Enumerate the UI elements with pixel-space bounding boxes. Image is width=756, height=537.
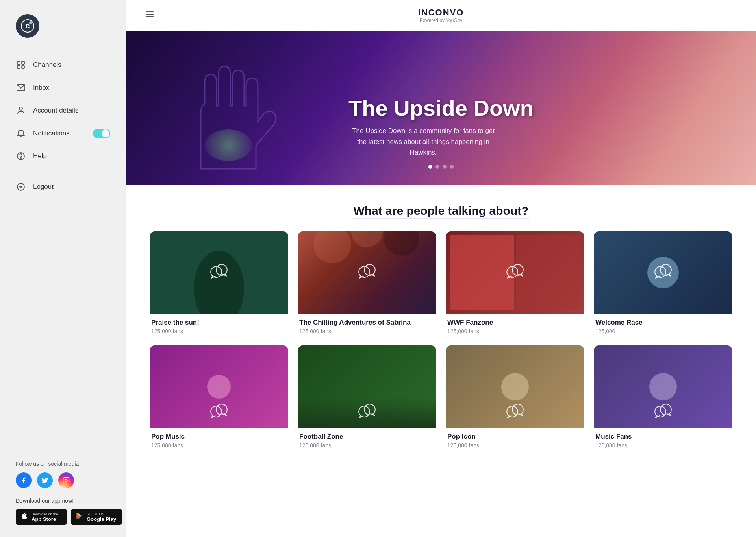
svg-rect-15 (63, 478, 69, 483)
hero-title: The Upside Down (348, 95, 534, 121)
sidebar: c Channels (0, 0, 126, 537)
channel-1-fans: 125,000 fans (151, 328, 287, 334)
channel-card-5-info: Pop Music 125,000 fans (150, 428, 288, 450)
twitter-icon[interactable] (37, 472, 53, 488)
discover-section: What are people talking about? Praise th… (126, 185, 756, 466)
notifications-toggle-container (93, 129, 110, 138)
facebook-icon[interactable] (16, 472, 32, 488)
sidebar-item-inbox[interactable]: Inbox (0, 76, 126, 99)
header-brand: INCONVO Powered by YouGov (418, 7, 464, 23)
brand-powered: Powered by YouGov (418, 18, 464, 23)
account-icon (16, 105, 26, 116)
svg-rect-3 (17, 61, 20, 64)
logout-icon (16, 182, 26, 192)
appstore-button[interactable]: Download on the App Store (16, 509, 67, 525)
channel-card-4-img (594, 231, 732, 314)
account-label: Account details (33, 107, 78, 114)
channel-card-3-img (446, 231, 584, 314)
channels-grid-row2: Pop Music 125,000 fans Foo (150, 345, 732, 450)
svg-point-2 (29, 21, 32, 24)
notifications-toggle[interactable] (93, 129, 110, 138)
googleplay-sub: GET IT ON (87, 512, 116, 516)
channel-8-name: Music Fans (595, 433, 731, 441)
channel-chat-icon-3 (505, 262, 525, 283)
social-icons-row (16, 472, 110, 488)
channel-card-2-img (298, 231, 436, 314)
hero-dots (348, 165, 534, 169)
channel-5-fans: 125,000 fans (151, 442, 287, 448)
svg-point-8 (19, 107, 22, 110)
channel-card-7[interactable]: Pop Icon 125,000 fans (446, 345, 584, 450)
app-logo[interactable]: c (16, 14, 39, 38)
hero-overlay: The Upside Down The Upside Down is a com… (348, 95, 534, 185)
appstore-name: App Store (32, 516, 58, 522)
googleplay-text: GET IT ON Google Play (87, 512, 116, 522)
instagram-icon[interactable] (58, 472, 74, 488)
channel-card-5-img (150, 345, 288, 428)
channel-4-fans: 125,000 (595, 328, 731, 334)
sidebar-item-notifications[interactable]: Notifications (0, 122, 126, 145)
channel-chat-icon-4 (653, 262, 673, 283)
sidebar-item-account[interactable]: Account details (0, 99, 126, 122)
channel-card-6[interactable]: Football Zone 125,000 fans (298, 345, 436, 450)
channel-card-2[interactable]: The Chilling Adventures of Sabrina 125,0… (298, 231, 436, 336)
channel-card-2-info: The Chilling Adventures of Sabrina 125,0… (298, 314, 436, 336)
svg-text:c: c (25, 21, 30, 30)
hero-dot-1[interactable] (428, 165, 432, 169)
channel-7-fans: 125,000 fans (447, 442, 583, 448)
channel-card-1[interactable]: Praise the sun! 125,000 fans (150, 231, 288, 336)
googleplay-icon (76, 512, 83, 522)
channel-chat-icon-2 (357, 262, 377, 283)
channel-card-8-info: Music Fans 125,000 fans (594, 428, 732, 450)
hero-dot-2[interactable] (435, 165, 439, 169)
channel-5-name: Pop Music (151, 433, 287, 441)
logout-label: Logout (33, 183, 54, 191)
channel-2-fans: 125,000 fans (299, 328, 435, 334)
bell-icon (16, 128, 26, 138)
channel-card-1-img (150, 231, 288, 314)
hero-dot-4[interactable] (450, 165, 454, 169)
channel-card-8[interactable]: Music Fans 125,000 fans (594, 345, 732, 450)
inbox-label: Inbox (33, 84, 50, 92)
appstore-text: Download on the App Store (32, 512, 58, 522)
channel-3-fans: 125,000 fans (447, 328, 583, 334)
channel-3-name: WWF Fanzone (447, 319, 583, 327)
notifications-label: Notifications (33, 129, 70, 137)
channel-card-3[interactable]: WWF Fanzone 125,000 fans (446, 231, 584, 336)
channel-card-5[interactable]: Pop Music 125,000 fans (150, 345, 288, 450)
app-buttons-row: Download on the App Store GET IT ON Goog… (16, 509, 110, 525)
googleplay-name: Google Play (87, 516, 116, 522)
sidebar-nav: Channels Inbox Account details (0, 50, 126, 453)
appstore-sub: Download on the (32, 512, 58, 516)
channel-card-1-info: Praise the sun! 125,000 fans (150, 314, 288, 336)
hero-dot-3[interactable] (443, 165, 447, 169)
channel-card-4[interactable]: Welcome Race 125,000 (594, 231, 732, 336)
sidebar-footer: Follow us on social media Download (0, 453, 126, 537)
channel-card-6-info: Football Zone 125,000 fans (298, 428, 436, 450)
hamburger-button[interactable] (142, 8, 158, 23)
brand-name: INCONVO (418, 7, 464, 18)
channel-chat-icon-6 (357, 402, 377, 423)
inbox-icon (16, 83, 26, 93)
channel-6-name: Football Zone (299, 433, 435, 441)
channel-1-name: Praise the sun! (151, 319, 287, 327)
channel-6-fans: 125,000 fans (299, 442, 435, 448)
help-label: Help (33, 152, 47, 160)
channels-label: Channels (33, 61, 61, 69)
channel-card-3-info: WWF Fanzone 125,000 fans (446, 314, 584, 336)
channel-chat-icon-8 (653, 402, 673, 423)
googleplay-button[interactable]: GET IT ON Google Play (71, 509, 122, 525)
main-header: INCONVO Powered by YouGov (126, 0, 756, 31)
channel-4-name: Welcome Race (595, 319, 731, 327)
channel-card-8-img (594, 345, 732, 428)
sidebar-item-channels[interactable]: Channels (0, 54, 126, 76)
sidebar-logo: c (0, 0, 126, 50)
help-icon (16, 151, 26, 161)
sidebar-item-logout[interactable]: Logout (0, 175, 126, 198)
follow-social-label: Follow us on social media (16, 461, 110, 467)
main-content: INCONVO Powered by YouGov The Upside Dow… (126, 0, 756, 537)
sidebar-item-help[interactable]: Help (0, 145, 126, 168)
svg-point-11 (20, 158, 21, 159)
channel-2-name: The Chilling Adventures of Sabrina (299, 319, 435, 327)
channel-card-4-info: Welcome Race 125,000 (594, 314, 732, 336)
